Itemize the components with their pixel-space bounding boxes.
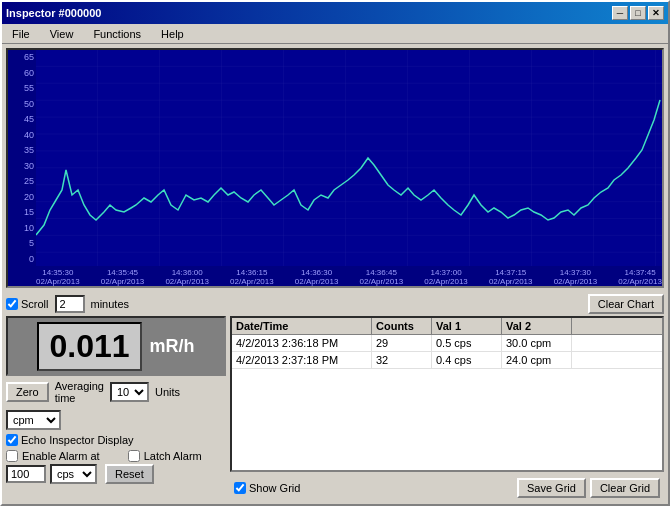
grid-buttons: Save Grid Clear Grid [517, 478, 660, 498]
window-title: Inspector #000000 [6, 7, 101, 19]
save-grid-button[interactable]: Save Grid [517, 478, 586, 498]
th-val2: Val 2 [502, 318, 572, 334]
scroll-row: Scroll 2 minutes Clear Chart [2, 292, 668, 316]
display-value: 0.011 [37, 322, 141, 371]
show-grid-row: Show Grid [234, 482, 300, 494]
main-window: Inspector #000000 ─ □ ✕ File View Functi… [0, 0, 670, 506]
menu-help[interactable]: Help [155, 26, 190, 42]
menu-functions[interactable]: Functions [87, 26, 147, 42]
table-header: Date/Time Counts Val 1 Val 2 [232, 318, 662, 335]
th-datetime: Date/Time [232, 318, 372, 334]
chart-canvas [36, 50, 662, 266]
latch-alarm-checkbox[interactable] [128, 450, 140, 462]
chart-area: 65 60 55 50 45 40 35 30 25 20 15 10 5 0 [6, 48, 664, 288]
echo-inspector-checkbox[interactable] [6, 434, 18, 446]
minimize-button[interactable]: ─ [612, 6, 628, 20]
data-table: Date/Time Counts Val 1 Val 2 4/2/2013 2:… [230, 316, 664, 472]
zero-button[interactable]: Zero [6, 382, 49, 402]
alarm-value-row: 100 cps cpm Reset [6, 464, 226, 484]
td-val2-0: 30.0 cpm [502, 335, 572, 351]
show-grid-label: Show Grid [249, 482, 300, 494]
table-footer: Show Grid Save Grid Clear Grid [230, 476, 664, 500]
alarm-section: Enable Alarm at Latch Alarm 100 cps cpm … [6, 450, 226, 484]
x-axis-labels: 14:35:3002/Apr/2013 14:35:4502/Apr/2013 … [36, 266, 662, 286]
echo-inspector-label: Echo Inspector Display [21, 434, 134, 446]
th-counts: Counts [372, 318, 432, 334]
y-axis-labels: 65 60 55 50 45 40 35 30 25 20 15 10 5 0 [8, 50, 36, 266]
clear-grid-button[interactable]: Clear Grid [590, 478, 660, 498]
averaging-label: Averagingtime [55, 380, 104, 404]
td-datetime-1: 4/2/2013 2:37:18 PM [232, 352, 372, 368]
table-row: 4/2/2013 2:37:18 PM 32 0.4 cps 24.0 cpm [232, 352, 662, 369]
svg-rect-4 [36, 50, 662, 266]
maximize-button[interactable]: □ [630, 6, 646, 20]
menu-bar: File View Functions Help [2, 24, 668, 44]
td-counts-0: 29 [372, 335, 432, 351]
menu-file[interactable]: File [6, 26, 36, 42]
table-row: 4/2/2013 2:36:18 PM 29 0.5 cps 30.0 cpm [232, 335, 662, 352]
chart-inner: 65 60 55 50 45 40 35 30 25 20 15 10 5 0 [8, 50, 662, 286]
scroll-checkbox-container: Scroll [6, 298, 49, 310]
scroll-value-input[interactable]: 2 [55, 295, 85, 313]
title-bar: Inspector #000000 ─ □ ✕ [2, 2, 668, 24]
right-panel: Date/Time Counts Val 1 Val 2 4/2/2013 2:… [230, 316, 664, 500]
echo-inspector-row: Echo Inspector Display [6, 434, 226, 446]
alarm-value-input[interactable]: 100 [6, 465, 46, 483]
units-select[interactable]: cpm mR/h µSv/h [6, 410, 61, 430]
td-val1-1: 0.4 cps [432, 352, 502, 368]
title-bar-buttons: ─ □ ✕ [612, 6, 664, 20]
td-val1-0: 0.5 cps [432, 335, 502, 351]
reset-button[interactable]: Reset [105, 464, 154, 484]
scroll-unit: minutes [91, 298, 130, 310]
alarm-enable-row: Enable Alarm at Latch Alarm [6, 450, 226, 462]
show-grid-checkbox[interactable] [234, 482, 246, 494]
display-unit: mR/h [150, 336, 195, 357]
chart-svg [36, 50, 662, 266]
averaging-select[interactable]: 10 20 30 [110, 382, 149, 402]
close-button[interactable]: ✕ [648, 6, 664, 20]
alarm-unit-select[interactable]: cps cpm [50, 464, 97, 484]
td-counts-1: 32 [372, 352, 432, 368]
th-val1: Val 1 [432, 318, 502, 334]
enable-alarm-label: Enable Alarm at [22, 450, 100, 462]
scroll-label: Scroll [21, 298, 49, 310]
controls-row: Zero Averagingtime 10 20 30 Units cpm mR… [6, 380, 226, 430]
display-box: 0.011 mR/h [6, 316, 226, 376]
latch-alarm-label: Latch Alarm [144, 450, 202, 462]
td-val2-1: 24.0 cpm [502, 352, 572, 368]
td-datetime-0: 4/2/2013 2:36:18 PM [232, 335, 372, 351]
main-content: 0.011 mR/h Zero Averagingtime 10 20 30 U… [2, 316, 668, 504]
left-panel: 0.011 mR/h Zero Averagingtime 10 20 30 U… [6, 316, 226, 500]
clear-chart-button[interactable]: Clear Chart [588, 294, 664, 314]
enable-alarm-checkbox[interactable] [6, 450, 18, 462]
units-label: Units [155, 386, 180, 398]
scroll-checkbox[interactable] [6, 298, 18, 310]
menu-view[interactable]: View [44, 26, 80, 42]
